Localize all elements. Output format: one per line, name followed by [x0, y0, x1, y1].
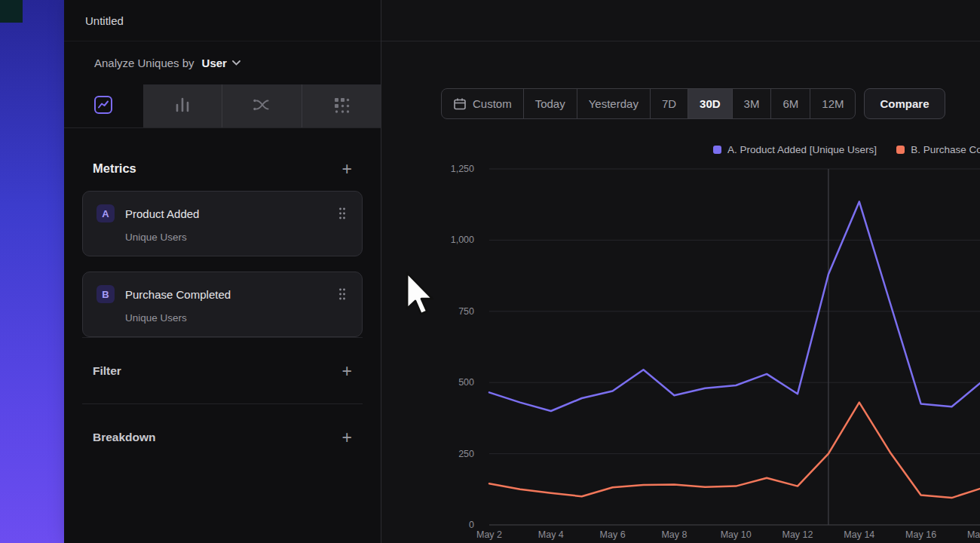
svg-text:May 8: May 8	[661, 529, 687, 540]
add-metric-button[interactable]: +	[342, 162, 352, 176]
metric-badge-a: A	[96, 204, 115, 222]
analyze-label: Analyze Uniques by	[94, 57, 194, 69]
svg-text:1,000: 1,000	[451, 235, 474, 245]
filter-title: Filter	[93, 364, 121, 378]
retention-grid-icon	[332, 96, 351, 117]
analyze-value-dropdown[interactable]: User	[202, 57, 227, 69]
svg-text:May 12: May 12	[782, 529, 813, 540]
tab-line-chart[interactable]	[64, 84, 143, 127]
svg-text:May 14: May 14	[844, 529, 874, 540]
range-group: CustomTodayYesterday7D30D3M6M12M	[441, 88, 856, 119]
breakdown-title: Breakdown	[93, 431, 156, 444]
add-breakdown-button[interactable]: +	[342, 431, 352, 444]
metric-name[interactable]: Product Added	[125, 207, 326, 220]
metric-card-a[interactable]: A Product Added Unique Users	[82, 191, 363, 256]
tab-flow-chart[interactable]	[222, 84, 302, 127]
range-yesterday[interactable]: Yesterday	[577, 89, 650, 118]
filter-section: Filter +	[82, 337, 363, 403]
svg-text:May 10: May 10	[721, 529, 752, 540]
metrics-title: Metrics	[93, 161, 136, 176]
insights-app-window: Untitled Analyze Uniques by User	[0, 0, 980, 543]
range-custom[interactable]: Custom	[442, 89, 523, 118]
range-12m[interactable]: 12M	[810, 89, 855, 118]
metrics-header: Metrics +	[93, 161, 352, 176]
chart-type-tabs	[64, 84, 381, 128]
chart-legend: A. Product Added [Unique Users] B. Purch…	[713, 144, 980, 155]
metric-subtitle[interactable]: Unique Users	[125, 232, 348, 243]
query-builder-sidebar: Untitled Analyze Uniques by User	[64, 0, 381, 543]
metric-badge-b: B	[96, 285, 115, 303]
calendar-icon	[453, 97, 467, 111]
svg-text:May 4: May 4	[538, 529, 564, 540]
kebab-menu-icon[interactable]	[336, 205, 348, 222]
add-filter-button[interactable]: +	[342, 364, 352, 378]
compare-button[interactable]: Compare	[864, 88, 945, 119]
corner-block	[0, 0, 23, 23]
legend-swatch-purple	[713, 146, 721, 154]
legend-item-a[interactable]: A. Product Added [Unique Users]	[713, 144, 877, 155]
legend-item-b[interactable]: B. Purchase Completed [Unique Users]	[896, 144, 980, 155]
svg-text:0: 0	[469, 520, 474, 530]
tab-retention-grid[interactable]	[302, 84, 381, 127]
svg-text:May 2: May 2	[476, 529, 502, 540]
legend-swatch-orange	[896, 146, 905, 154]
svg-text:1,250: 1,250	[451, 164, 474, 174]
range-6m[interactable]: 6M	[770, 89, 810, 118]
breakdown-section: Breakdown +	[82, 403, 363, 470]
svg-text:May 16: May 16	[905, 529, 936, 540]
analyze-uniques-row: Analyze Uniques by User	[64, 41, 381, 84]
range-7d[interactable]: 7D	[650, 89, 688, 118]
left-gradient-strip	[0, 0, 64, 543]
flow-chart-icon	[252, 96, 271, 117]
insights-line-chart[interactable]: 02505007501,0001,250May 2May 4May 6May 8…	[381, 0, 980, 543]
range-30d[interactable]: 30D	[688, 89, 732, 118]
svg-text:May 18: May 18	[967, 529, 980, 540]
date-range-toolbar: CustomTodayYesterday7D30D3M6M12M Compare	[441, 88, 945, 119]
kebab-menu-icon[interactable]	[336, 286, 348, 302]
chevron-down-icon[interactable]	[232, 60, 240, 66]
metric-name[interactable]: Purchase Completed	[125, 288, 326, 301]
report-title[interactable]: Untitled	[85, 14, 124, 27]
line-chart-icon	[93, 95, 113, 118]
svg-text:500: 500	[458, 377, 474, 388]
svg-text:May 6: May 6	[600, 529, 626, 540]
range-3m[interactable]: 3M	[732, 89, 771, 118]
metric-subtitle[interactable]: Unique Users	[125, 312, 348, 324]
legend-label: B. Purchase Completed [Unique Users]	[911, 144, 980, 155]
range-today[interactable]: Today	[523, 89, 577, 118]
tab-bar-chart[interactable]	[143, 84, 222, 127]
metric-card-b[interactable]: B Purchase Completed Unique Users	[82, 272, 363, 337]
legend-label: A. Product Added [Unique Users]	[727, 144, 877, 155]
svg-text:250: 250	[458, 449, 474, 459]
chart-panel: 02505007501,0001,250May 2May 4May 6May 8…	[381, 0, 980, 543]
report-title-bar: Untitled	[64, 0, 381, 41]
bar-chart-icon	[173, 96, 191, 117]
svg-text:750: 750	[458, 306, 474, 317]
